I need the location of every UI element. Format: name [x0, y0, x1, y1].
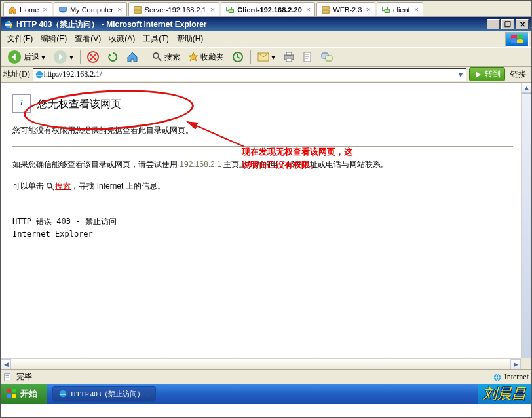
back-label: 后退	[24, 52, 39, 63]
vm-tab-label: WEB-2.3	[333, 6, 362, 14]
go-label: 转到	[485, 69, 501, 80]
http-error-code: HTTP 错误 403 - 禁止访问	[12, 216, 513, 228]
edit-button[interactable]	[300, 50, 316, 64]
discuss-button[interactable]	[318, 50, 335, 64]
page-status-icon	[3, 373, 12, 382]
close-icon[interactable]: ×	[414, 5, 419, 14]
refresh-button[interactable]	[104, 50, 121, 64]
status-text: 完毕	[16, 371, 32, 383]
print-button[interactable]	[280, 50, 297, 64]
chevron-down-icon: ▾	[69, 52, 73, 62]
home-button[interactable]	[124, 50, 141, 64]
vm-tab-my-computer[interactable]: My Computer ×	[54, 2, 127, 16]
ie-app-icon	[58, 389, 67, 398]
close-icon[interactable]: ×	[117, 5, 123, 14]
svg-rect-7	[322, 10, 330, 12]
svg-point-28	[60, 390, 67, 398]
vm-tab-label: My Computer	[70, 6, 113, 14]
address-input[interactable]	[44, 69, 457, 80]
taskbar-item-ie[interactable]: HTTP 403（禁止访问）...	[52, 386, 156, 402]
links-button[interactable]: 链接	[508, 67, 529, 81]
vm-tab-client2[interactable]: client ×	[377, 2, 423, 16]
svg-rect-3	[134, 10, 141, 12]
menu-tools[interactable]: 工具(T)	[139, 31, 172, 47]
svg-rect-1	[61, 12, 64, 13]
svg-rect-18	[286, 52, 292, 55]
separator	[80, 50, 81, 64]
separator	[250, 50, 251, 64]
menu-view[interactable]: 查看(V)	[71, 31, 105, 47]
scroll-up-icon[interactable]: ▲	[522, 83, 531, 93]
stop-button[interactable]	[85, 50, 102, 64]
vm-tab-client[interactable]: Client-192.168.2.20 ×	[221, 2, 315, 16]
close-icon[interactable]: ×	[210, 5, 216, 14]
vm-tab-web[interactable]: WEB-2.3 ×	[316, 2, 375, 16]
zone-label: Internet	[504, 372, 529, 382]
scrollbar-track[interactable]	[11, 359, 510, 369]
host-link[interactable]: 192.168.2.1	[180, 160, 221, 169]
maximize-button[interactable]: ❐	[501, 19, 514, 29]
ie-content-area: i 您无权查看该网页 您可能没有权限用您提供的凭据查看此目录或网页。 如果您确信…	[1, 83, 531, 370]
close-icon[interactable]: ×	[366, 5, 371, 14]
error-headline: 您无权查看该网页	[37, 94, 121, 113]
svg-rect-6	[322, 6, 330, 9]
scroll-left-icon[interactable]: ◀	[1, 359, 11, 370]
menu-help[interactable]: 帮助(H)	[173, 31, 208, 47]
signature-text: 刘晨昌	[483, 384, 526, 404]
close-icon[interactable]: ×	[306, 5, 311, 14]
window-title: HTTP 403（禁止访问） - Microsoft Internet Expl…	[16, 19, 207, 30]
forward-button[interactable]: ▾	[50, 48, 76, 66]
vm-tab-home[interactable]: Home ×	[3, 2, 52, 16]
ie-address-bar: 地址(D) ▾ 转到 链接	[1, 67, 531, 83]
address-label: 地址(D)	[3, 69, 30, 80]
info-icon: i	[12, 94, 31, 113]
server-icon	[133, 5, 142, 14]
system-tray[interactable]: 刘晨昌	[478, 384, 531, 404]
menu-favorites[interactable]: 收藏(A)	[105, 31, 139, 47]
favorites-label: 收藏夹	[200, 52, 224, 63]
server-icon	[321, 5, 330, 14]
search-link[interactable]: 搜索	[55, 181, 71, 191]
scrollbar-thumb[interactable]	[522, 93, 531, 358]
go-button[interactable]: 转到	[469, 67, 505, 81]
back-button[interactable]: 后退 ▾	[5, 48, 48, 66]
chevron-down-icon: ▾	[41, 52, 45, 62]
ie-titlebar: HTTP 403（禁止访问） - Microsoft Internet Expl…	[1, 17, 531, 31]
page-icon	[35, 70, 44, 79]
horizontal-scrollbar[interactable]: ◀ ▶	[1, 358, 521, 369]
separator	[145, 50, 145, 64]
search-button[interactable]: 搜索	[149, 50, 183, 64]
favorites-button[interactable]: 收藏夹	[185, 50, 227, 64]
close-icon[interactable]: ×	[43, 5, 48, 14]
search-label: 搜索	[164, 52, 180, 63]
chevron-down-icon[interactable]: ▾	[457, 70, 465, 79]
vm-tab-server[interactable]: Server-192.168.2.1 ×	[128, 2, 220, 16]
scroll-right-icon[interactable]: ▶	[510, 359, 521, 370]
windows-flag-icon	[6, 388, 18, 400]
ie-statusbar: 完毕 Internet	[1, 370, 531, 384]
vertical-scrollbar[interactable]: ▲ ▼	[521, 83, 531, 369]
search-suggestion: 可以单击 搜索，寻找 Internet 上的信息。	[12, 180, 513, 193]
browser-name: Internet Explorer	[12, 228, 513, 240]
chevron-down-icon: ▾	[271, 52, 275, 62]
start-button[interactable]: 开始	[1, 384, 47, 404]
svg-point-14	[153, 53, 159, 58]
address-input-wrap[interactable]: ▾	[33, 68, 466, 81]
menu-file[interactable]: 文件(F)	[3, 31, 37, 47]
svg-rect-2	[134, 6, 141, 9]
close-button[interactable]: ✕	[516, 19, 529, 29]
ie-menubar: 文件(F) 编辑(E) 查看(V) 收藏(A) 工具(T) 帮助(H)	[1, 31, 531, 47]
svg-rect-22	[326, 56, 332, 61]
svg-rect-19	[286, 58, 292, 62]
vm-tab-label: Client-192.168.2.20	[237, 6, 301, 14]
error-detail-line1: 您可能没有权限用您提供的凭据查看此目录或网页。	[12, 124, 513, 137]
history-button[interactable]	[229, 50, 246, 64]
minimize-button[interactable]: __	[487, 19, 500, 29]
mail-button[interactable]: ▾	[255, 50, 278, 64]
annotation-text: 现在发现无权查看该网页，这 说明自己没有权限。	[242, 145, 352, 171]
svg-rect-9	[385, 9, 389, 12]
scroll-corner	[521, 358, 531, 369]
svg-rect-0	[60, 7, 67, 11]
menu-edit[interactable]: 编辑(E)	[37, 31, 71, 47]
svg-rect-5	[229, 9, 234, 12]
